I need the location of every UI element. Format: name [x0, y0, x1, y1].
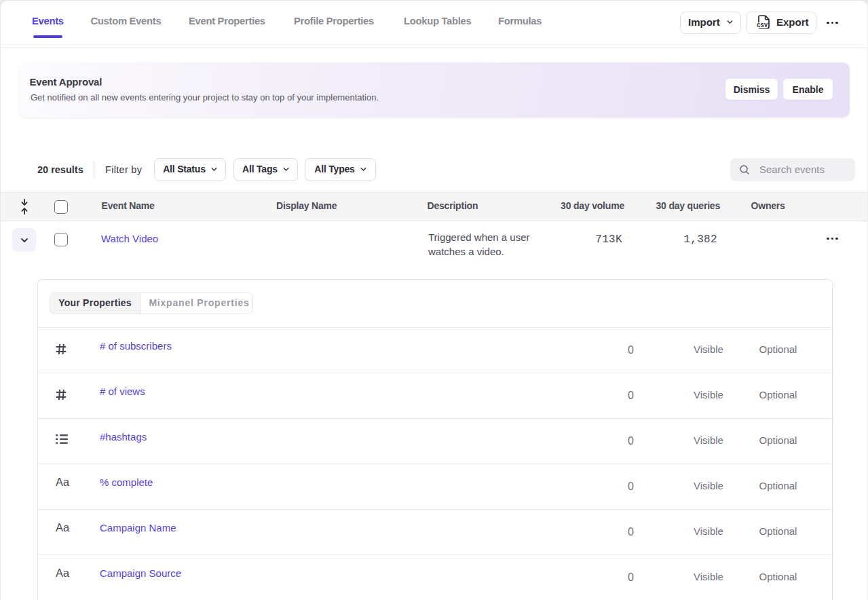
svg-text:CSV: CSV: [757, 22, 768, 29]
